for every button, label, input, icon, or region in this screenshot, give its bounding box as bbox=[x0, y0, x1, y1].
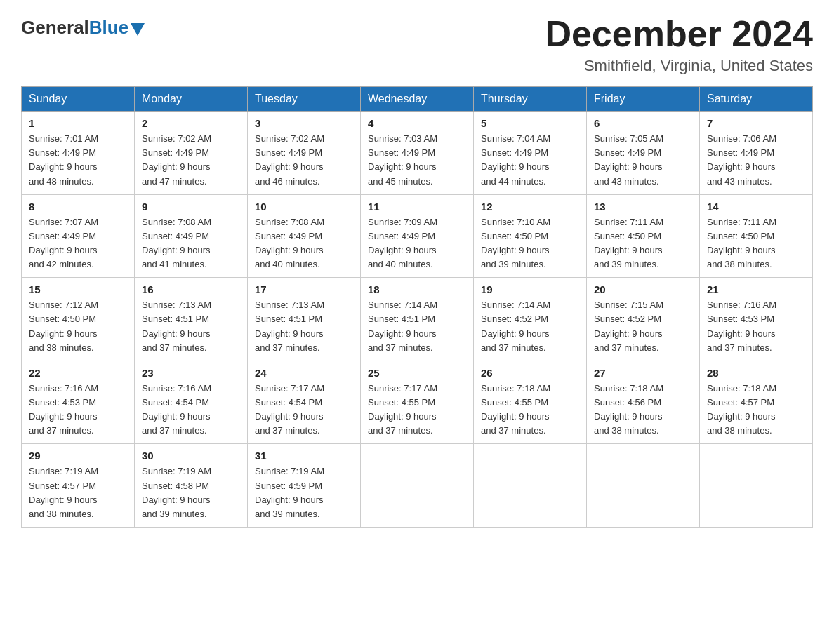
day-info: Sunrise: 7:17 AMSunset: 4:54 PMDaylight:… bbox=[255, 382, 353, 438]
table-row: 24Sunrise: 7:17 AMSunset: 4:54 PMDayligh… bbox=[248, 361, 361, 444]
logo-blue-part: Blue bbox=[89, 17, 145, 39]
logo: General Blue bbox=[21, 14, 145, 39]
calendar-week-row: 1Sunrise: 7:01 AMSunset: 4:49 PMDaylight… bbox=[22, 112, 813, 195]
day-number: 1 bbox=[29, 117, 127, 129]
logo-triangle-icon bbox=[131, 23, 145, 36]
day-number: 28 bbox=[707, 367, 805, 379]
logo-general-text: General bbox=[21, 17, 89, 39]
day-number: 5 bbox=[481, 117, 579, 129]
table-row: 26Sunrise: 7:18 AMSunset: 4:55 PMDayligh… bbox=[474, 361, 587, 444]
page-header: General Blue December 2024 Smithfield, V… bbox=[21, 14, 813, 75]
table-row: 29Sunrise: 7:19 AMSunset: 4:57 PMDayligh… bbox=[22, 444, 135, 528]
header-wednesday: Wednesday bbox=[361, 87, 474, 112]
calendar-table: Sunday Monday Tuesday Wednesday Thursday… bbox=[21, 86, 813, 528]
day-number: 10 bbox=[255, 201, 353, 213]
day-number: 8 bbox=[29, 201, 127, 213]
table-row: 21Sunrise: 7:16 AMSunset: 4:53 PMDayligh… bbox=[700, 278, 813, 361]
day-info: Sunrise: 7:12 AMSunset: 4:50 PMDaylight:… bbox=[29, 298, 127, 355]
calendar-week-row: 8Sunrise: 7:07 AMSunset: 4:49 PMDaylight… bbox=[22, 194, 813, 278]
day-number: 7 bbox=[707, 117, 805, 129]
day-info: Sunrise: 7:19 AMSunset: 4:58 PMDaylight:… bbox=[142, 464, 240, 521]
day-info: Sunrise: 7:11 AMSunset: 4:50 PMDaylight:… bbox=[707, 215, 805, 272]
day-info: Sunrise: 7:14 AMSunset: 4:51 PMDaylight:… bbox=[368, 298, 466, 355]
day-number: 17 bbox=[255, 283, 353, 295]
table-row: 30Sunrise: 7:19 AMSunset: 4:58 PMDayligh… bbox=[135, 444, 248, 528]
table-row: 10Sunrise: 7:08 AMSunset: 4:49 PMDayligh… bbox=[248, 194, 361, 278]
day-info: Sunrise: 7:04 AMSunset: 4:49 PMDaylight:… bbox=[481, 132, 579, 189]
day-number: 14 bbox=[707, 201, 805, 213]
table-row: 4Sunrise: 7:03 AMSunset: 4:49 PMDaylight… bbox=[361, 112, 474, 195]
day-info: Sunrise: 7:08 AMSunset: 4:49 PMDaylight:… bbox=[142, 215, 240, 272]
table-row: 5Sunrise: 7:04 AMSunset: 4:49 PMDaylight… bbox=[474, 112, 587, 195]
day-number: 2 bbox=[142, 117, 240, 129]
table-row: 11Sunrise: 7:09 AMSunset: 4:49 PMDayligh… bbox=[361, 194, 474, 278]
day-info: Sunrise: 7:18 AMSunset: 4:57 PMDaylight:… bbox=[707, 382, 805, 438]
table-row: 20Sunrise: 7:15 AMSunset: 4:52 PMDayligh… bbox=[587, 278, 700, 361]
day-info: Sunrise: 7:16 AMSunset: 4:54 PMDaylight:… bbox=[142, 382, 240, 438]
day-info: Sunrise: 7:16 AMSunset: 4:53 PMDaylight:… bbox=[707, 298, 805, 355]
day-info: Sunrise: 7:06 AMSunset: 4:49 PMDaylight:… bbox=[707, 132, 805, 189]
table-row: 7Sunrise: 7:06 AMSunset: 4:49 PMDaylight… bbox=[700, 112, 813, 195]
day-info: Sunrise: 7:02 AMSunset: 4:49 PMDaylight:… bbox=[255, 132, 353, 189]
logo-blue-text: Blue bbox=[89, 17, 128, 39]
day-number: 26 bbox=[481, 367, 579, 379]
table-row: 28Sunrise: 7:18 AMSunset: 4:57 PMDayligh… bbox=[700, 361, 813, 444]
calendar-week-row: 29Sunrise: 7:19 AMSunset: 4:57 PMDayligh… bbox=[22, 444, 813, 528]
day-info: Sunrise: 7:01 AMSunset: 4:49 PMDaylight:… bbox=[29, 132, 127, 189]
day-number: 23 bbox=[142, 367, 240, 379]
table-row: 8Sunrise: 7:07 AMSunset: 4:49 PMDaylight… bbox=[22, 194, 135, 278]
table-row: 17Sunrise: 7:13 AMSunset: 4:51 PMDayligh… bbox=[248, 278, 361, 361]
table-row: 2Sunrise: 7:02 AMSunset: 4:49 PMDaylight… bbox=[135, 112, 248, 195]
table-row: 19Sunrise: 7:14 AMSunset: 4:52 PMDayligh… bbox=[474, 278, 587, 361]
table-row bbox=[361, 444, 474, 528]
day-number: 22 bbox=[29, 367, 127, 379]
day-number: 24 bbox=[255, 367, 353, 379]
header-monday: Monday bbox=[135, 87, 248, 112]
day-number: 3 bbox=[255, 117, 353, 129]
day-info: Sunrise: 7:07 AMSunset: 4:49 PMDaylight:… bbox=[29, 215, 127, 272]
day-number: 15 bbox=[29, 283, 127, 295]
day-number: 6 bbox=[594, 117, 692, 129]
table-row bbox=[700, 444, 813, 528]
table-row: 15Sunrise: 7:12 AMSunset: 4:50 PMDayligh… bbox=[22, 278, 135, 361]
day-info: Sunrise: 7:18 AMSunset: 4:55 PMDaylight:… bbox=[481, 382, 579, 438]
day-number: 19 bbox=[481, 283, 579, 295]
day-info: Sunrise: 7:15 AMSunset: 4:52 PMDaylight:… bbox=[594, 298, 692, 355]
day-number: 20 bbox=[594, 283, 692, 295]
day-number: 27 bbox=[594, 367, 692, 379]
table-row: 13Sunrise: 7:11 AMSunset: 4:50 PMDayligh… bbox=[587, 194, 700, 278]
table-row: 25Sunrise: 7:17 AMSunset: 4:55 PMDayligh… bbox=[361, 361, 474, 444]
day-number: 18 bbox=[368, 283, 466, 295]
header-friday: Friday bbox=[587, 87, 700, 112]
table-row bbox=[474, 444, 587, 528]
table-row: 27Sunrise: 7:18 AMSunset: 4:56 PMDayligh… bbox=[587, 361, 700, 444]
table-row bbox=[587, 444, 700, 528]
table-row: 22Sunrise: 7:16 AMSunset: 4:53 PMDayligh… bbox=[22, 361, 135, 444]
table-row: 12Sunrise: 7:10 AMSunset: 4:50 PMDayligh… bbox=[474, 194, 587, 278]
header-saturday: Saturday bbox=[700, 87, 813, 112]
day-info: Sunrise: 7:11 AMSunset: 4:50 PMDaylight:… bbox=[594, 215, 692, 272]
table-row: 1Sunrise: 7:01 AMSunset: 4:49 PMDaylight… bbox=[22, 112, 135, 195]
day-info: Sunrise: 7:02 AMSunset: 4:49 PMDaylight:… bbox=[142, 132, 240, 189]
day-info: Sunrise: 7:13 AMSunset: 4:51 PMDaylight:… bbox=[142, 298, 240, 355]
calendar-header-row: Sunday Monday Tuesday Wednesday Thursday… bbox=[22, 87, 813, 112]
table-row: 14Sunrise: 7:11 AMSunset: 4:50 PMDayligh… bbox=[700, 194, 813, 278]
day-number: 11 bbox=[368, 201, 466, 213]
day-number: 13 bbox=[594, 201, 692, 213]
day-number: 16 bbox=[142, 283, 240, 295]
day-number: 29 bbox=[29, 450, 127, 462]
day-info: Sunrise: 7:14 AMSunset: 4:52 PMDaylight:… bbox=[481, 298, 579, 355]
table-row: 23Sunrise: 7:16 AMSunset: 4:54 PMDayligh… bbox=[135, 361, 248, 444]
day-number: 9 bbox=[142, 201, 240, 213]
calendar-week-row: 15Sunrise: 7:12 AMSunset: 4:50 PMDayligh… bbox=[22, 278, 813, 361]
title-area: December 2024 Smithfield, Virginia, Unit… bbox=[545, 14, 813, 75]
day-number: 31 bbox=[255, 450, 353, 462]
day-number: 12 bbox=[481, 201, 579, 213]
table-row: 31Sunrise: 7:19 AMSunset: 4:59 PMDayligh… bbox=[248, 444, 361, 528]
location-subtitle: Smithfield, Virginia, United States bbox=[545, 57, 813, 75]
table-row: 3Sunrise: 7:02 AMSunset: 4:49 PMDaylight… bbox=[248, 112, 361, 195]
header-tuesday: Tuesday bbox=[248, 87, 361, 112]
day-info: Sunrise: 7:17 AMSunset: 4:55 PMDaylight:… bbox=[368, 382, 466, 438]
day-number: 21 bbox=[707, 283, 805, 295]
table-row: 9Sunrise: 7:08 AMSunset: 4:49 PMDaylight… bbox=[135, 194, 248, 278]
